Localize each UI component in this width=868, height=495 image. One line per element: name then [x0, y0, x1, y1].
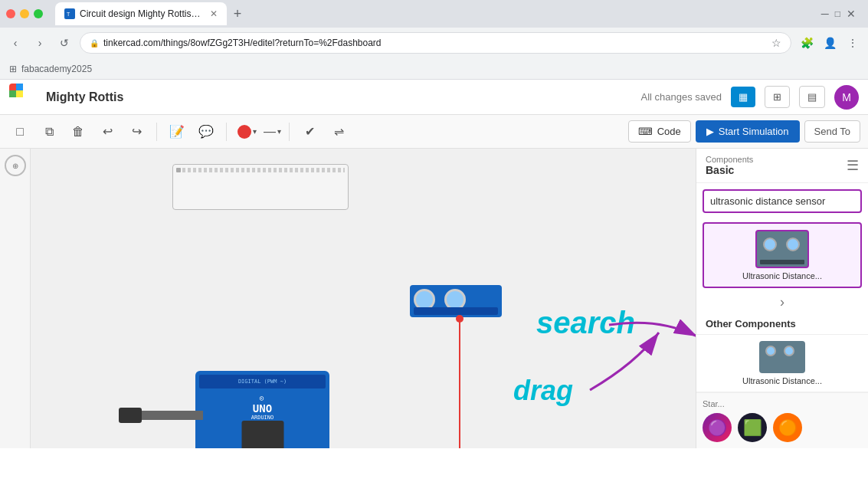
breadboard — [172, 164, 349, 210]
other-component-1-label: Ultrasonic Distance... — [742, 376, 822, 385]
send-label: Send To — [814, 126, 850, 137]
simulate-button[interactable]: ▶ Start Simulation — [696, 120, 800, 143]
separator-1 — [156, 123, 157, 141]
refresh-button[interactable]: ↺ — [55, 34, 74, 52]
maximize-btn[interactable] — [34, 9, 43, 18]
color-dropdown-icon: ▾ — [253, 127, 257, 136]
toolbar-right: ⌨ Code ▶ Start Simulation Send To — [628, 120, 860, 143]
star-icon[interactable]: ☆ — [771, 37, 781, 49]
title-bar: T Circuit design Mighty Rottis - T... ✕ … — [0, 0, 868, 28]
tab-close-icon[interactable]: ✕ — [210, 8, 218, 19]
browser-actions: 🧩 👤 ⋮ — [798, 34, 862, 52]
send-button[interactable]: Send To — [804, 120, 860, 143]
close-window-icon[interactable]: ✕ — [847, 8, 856, 20]
arduino-chip — [241, 421, 283, 448]
sensor-preview — [755, 230, 809, 268]
delete-button[interactable]: 🗑 — [66, 120, 90, 144]
code-button[interactable]: ⌨ Code — [628, 120, 691, 143]
pagination-right[interactable]: › — [696, 291, 868, 313]
arduino-board[interactable]: DIGITAL (PWM ~) ⊙ UNO ARDUINO POWERANALO… — [195, 371, 329, 448]
address-bar-row: ‹ › ↺ 🔒 tinkercad.com/things/8owfZGg2T3H… — [0, 28, 868, 58]
menu-icon[interactable]: ⋮ — [843, 34, 862, 52]
color-selector[interactable]: ▾ — [234, 120, 259, 144]
left-tools: ⊕ — [0, 149, 31, 448]
app-title: Mighty Rottis — [46, 90, 631, 104]
note-button[interactable]: 📝 — [165, 120, 189, 144]
ultrasonic-sensor-placed[interactable] — [410, 285, 502, 317]
svg-text:T: T — [67, 11, 70, 17]
profile-icon[interactable]: 👤 — [821, 34, 839, 52]
code-icon: ⌨ — [638, 126, 653, 137]
main-content: ⊕ DIGITAL (PWM ~) — [0, 149, 868, 448]
address-bar[interactable]: 🔒 tinkercad.com/things/8owfZGg2T3H/edite… — [80, 32, 791, 54]
separator-2 — [226, 123, 227, 141]
component-search-input[interactable] — [703, 189, 862, 213]
app-header: Mighty Rottis All changes saved ▦ ⊞ ▤ M — [0, 80, 868, 115]
bookmark-item[interactable]: fabacademy2025 — [21, 64, 92, 74]
footer-app-1[interactable]: 🟣 — [703, 413, 732, 442]
other-components-header: Other Components — [696, 313, 868, 335]
other-component-1-img — [759, 341, 805, 373]
search-annotation: search — [536, 306, 635, 340]
new-button[interactable]: □ — [8, 120, 32, 144]
tab-title: Circuit design Mighty Rottis - T... — [80, 8, 202, 19]
close-btn[interactable] — [6, 9, 15, 18]
line-selector[interactable]: — ▾ — [264, 125, 281, 139]
component-view-button[interactable]: ⊞ — [765, 86, 790, 108]
toolbar: □ ⧉ 🗑 ↩ ↪ 📝 💬 ▾ — ▾ ✔ ⇌ ⌨ Code ▶ Start S… — [0, 115, 868, 149]
bookmarks-bar: ⊞ fabacademy2025 — [0, 58, 868, 80]
drag-annotation: drag — [513, 375, 573, 407]
wire-connections — [31, 149, 696, 448]
sidebar-footer: Star... 🟣 🟩 🟠 — [696, 392, 868, 448]
components-label: Components — [706, 155, 753, 164]
circuit-view-button[interactable]: ▦ — [731, 87, 755, 107]
sidebar-title: Basic — [706, 164, 753, 176]
tab-bar: T Circuit design Mighty Rottis - T... ✕ … — [49, 0, 815, 28]
lock-icon: 🔒 — [90, 39, 99, 48]
table-view-button[interactable]: ▤ — [799, 86, 825, 108]
minimize-window-icon[interactable]: ─ — [821, 8, 829, 20]
tab-favicon: T — [64, 8, 75, 19]
footer-app-3[interactable]: 🟠 — [773, 413, 802, 442]
flip-button[interactable]: ✔ — [297, 120, 322, 144]
align-button[interactable]: ⇌ — [326, 120, 351, 144]
user-avatar[interactable]: M — [834, 85, 859, 110]
canvas-area[interactable]: DIGITAL (PWM ~) ⊙ UNO ARDUINO POWERANALO… — [31, 149, 696, 448]
tinkercad-logo — [9, 84, 37, 111]
usb-cable — [119, 408, 203, 423]
redo-button[interactable]: ↪ — [124, 120, 149, 144]
comment-button[interactable]: 💬 — [194, 120, 218, 144]
compass-tool[interactable]: ⊕ — [5, 155, 26, 176]
featured-component[interactable]: Ultrasonic Distance... — [703, 222, 862, 288]
back-button[interactable]: ‹ — [6, 34, 25, 52]
url-text: tinkercad.com/things/8owfZGg2T3H/editel?… — [103, 38, 382, 48]
color-circle — [237, 125, 251, 139]
annotation-arrows — [31, 149, 696, 448]
simulate-label: Start Simulation — [719, 126, 789, 137]
footer-app-2[interactable]: 🟩 — [738, 413, 767, 442]
restore-window-icon[interactable]: □ — [835, 8, 840, 19]
featured-component-label: Ultrasonic Distance... — [742, 271, 822, 280]
apps-icon[interactable]: ⊞ — [9, 64, 17, 74]
sidebar: Components Basic ☰ Ultrasonic Distance..… — [696, 149, 868, 448]
code-label: Code — [657, 126, 681, 137]
sidebar-list-icon[interactable]: ☰ — [847, 157, 859, 174]
new-tab-button[interactable]: + — [227, 3, 248, 25]
play-icon: ▶ — [706, 126, 714, 137]
minimize-btn[interactable] — [20, 9, 29, 18]
header-right: All changes saved ▦ ⊞ ▤ M — [640, 85, 859, 110]
separator-3 — [289, 123, 290, 141]
undo-button[interactable]: ↩ — [95, 120, 120, 144]
extensions-icon[interactable]: 🧩 — [798, 34, 816, 52]
active-tab[interactable]: T Circuit design Mighty Rottis - T... ✕ — [55, 2, 227, 25]
save-status: All changes saved — [640, 91, 722, 103]
forward-button[interactable]: › — [31, 34, 49, 52]
copy-button[interactable]: ⧉ — [37, 120, 61, 144]
other-component-1[interactable]: Ultrasonic Distance... — [696, 335, 868, 392]
